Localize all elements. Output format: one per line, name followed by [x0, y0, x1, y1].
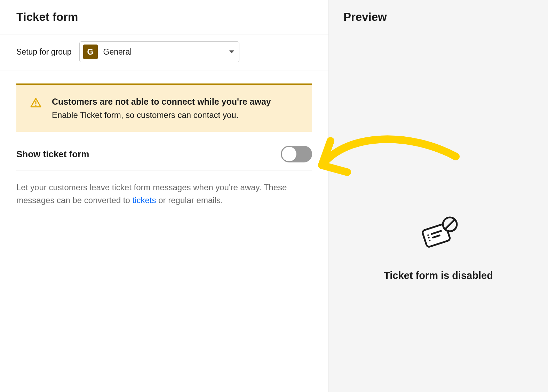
ticket-form-description: Let your customers leave ticket form mes… — [16, 181, 312, 207]
preview-header: Preview — [329, 0, 548, 34]
panel-title-row: Ticket form — [0, 0, 328, 34]
content-area: Customers are not able to connect while … — [0, 71, 328, 219]
settings-panel: Ticket form Setup for group G General — [0, 0, 329, 392]
preview-title: Preview — [343, 10, 533, 24]
warning-body: Enable Ticket form, so customers can con… — [52, 110, 271, 120]
tickets-link[interactable]: tickets — [133, 195, 156, 205]
preview-disabled-text: Ticket form is disabled — [329, 270, 548, 281]
svg-point-1 — [35, 104, 37, 106]
toggle-knob — [282, 147, 296, 161]
group-selected-name: General — [103, 47, 224, 57]
group-badge-icon: G — [83, 45, 98, 59]
warning-icon — [30, 97, 41, 109]
warning-banner: Customers are not able to connect while … — [16, 83, 312, 132]
ticket-disabled-icon — [418, 216, 459, 255]
show-ticket-form-toggle[interactable] — [281, 146, 312, 162]
group-select[interactable]: G General — [79, 41, 239, 62]
group-label: Setup for group — [16, 47, 72, 57]
group-selector-row: Setup for group G General — [0, 34, 328, 71]
preview-panel: Preview — [329, 0, 548, 392]
show-ticket-form-row: Show ticket form — [16, 146, 312, 170]
warning-title: Customers are not able to connect while … — [52, 97, 271, 107]
page-title: Ticket form — [16, 10, 312, 24]
warning-text: Customers are not able to connect while … — [52, 97, 271, 120]
desc-after: or regular emails. — [156, 195, 223, 205]
chevron-down-icon — [229, 50, 234, 53]
show-ticket-form-label: Show ticket form — [16, 149, 89, 160]
preview-disabled-state: Ticket form is disabled — [329, 216, 548, 281]
